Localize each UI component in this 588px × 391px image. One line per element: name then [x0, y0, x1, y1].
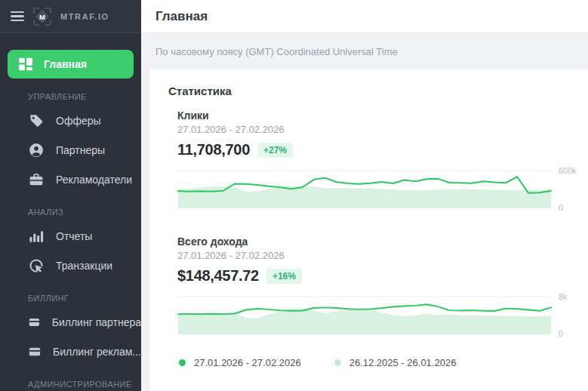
- sidebar-item-reports[interactable]: Отчеты: [0, 221, 141, 251]
- sidebar-item-advertisers[interactable]: Рекламодатели: [0, 165, 141, 194]
- clicks-chart[interactable]: 600k 0: [177, 166, 588, 210]
- legend-item-previous[interactable]: 26.12.2025 - 26.01.2026: [334, 357, 457, 368]
- sidebar-header: M MTRAF.IO: [0, 0, 141, 33]
- page-header: Главная: [141, 0, 588, 33]
- legend-label: 26.12.2025 - 26.01.2026: [349, 357, 457, 368]
- brand-name: MTRAF.IO: [60, 12, 109, 21]
- legend-label: 27.01.2026 - 27.02.2026: [194, 357, 301, 368]
- section-title: БИЛЛИНГ: [0, 280, 141, 307]
- metric-period: 27.01.2026 - 27.02.2026: [177, 250, 588, 261]
- bar-chart-icon: [29, 229, 44, 244]
- legend-dot-current: [179, 359, 186, 366]
- credit-card-icon: [29, 315, 40, 330]
- sidebar-item-label: Главная: [44, 58, 87, 70]
- mtraf-logo-icon[interactable]: M: [32, 7, 52, 26]
- metric-label: Клики: [177, 109, 588, 122]
- sidebar-section-administration: АДМИНИСТРИРОВАНИЕ: [0, 366, 141, 391]
- content-area: По часовому поясу (GMT) Coordinated Univ…: [141, 33, 588, 391]
- page-title: Главная: [155, 9, 208, 24]
- change-badge: +27%: [257, 143, 293, 158]
- user-icon: [29, 143, 44, 158]
- sidebar-item-offers[interactable]: Офферы: [0, 106, 141, 135]
- sidebar-item-transactions[interactable]: Транзакции: [0, 251, 141, 280]
- revenue-chart-plot[interactable]: [177, 292, 552, 336]
- sidebar-item-partner-billing[interactable]: Биллинг партнера: [0, 307, 141, 337]
- y-axis-labels: 8k 0: [552, 292, 588, 336]
- legend-dot-previous: [334, 359, 341, 366]
- sidebar-section-billing: БИЛЛИНГ Биллинг партнера Биллинг реклам.…: [0, 280, 141, 366]
- section-title: УПРАВЛЕНИЕ: [0, 79, 141, 106]
- y-axis-min-label: 0: [559, 203, 563, 212]
- tag-icon: [29, 113, 44, 128]
- y-axis-labels: 600k 0: [552, 166, 588, 210]
- sidebar-item-label: Офферы: [56, 115, 101, 127]
- statistics-card: Статистика Клики 27.01.2026 - 27.02.2026…: [149, 69, 588, 391]
- main-area: Главная По часовому поясу (GMT) Coordina…: [141, 0, 588, 391]
- change-badge: +16%: [266, 269, 302, 284]
- legend-item-current[interactable]: 27.01.2026 - 27.02.2026: [179, 357, 301, 368]
- metric-label: Всего дохода: [177, 236, 588, 248]
- metric-value: 11,708,700: [177, 141, 250, 159]
- sidebar-item-label: Партнеры: [56, 144, 105, 156]
- sidebar-section-management: УПРАВЛЕНИЕ Офферы Партнеры: [0, 79, 141, 194]
- sidebar-item-partners[interactable]: Партнеры: [0, 135, 141, 165]
- click-icon: [29, 258, 44, 273]
- sidebar-item-label: Биллинг партнера: [52, 316, 141, 328]
- y-axis-min-label: 0: [559, 329, 563, 338]
- credit-card-icon: [29, 344, 41, 359]
- sidebar-item-advertiser-billing[interactable]: Биллинг реклам...: [0, 337, 141, 366]
- y-axis-max-label: 600k: [559, 166, 577, 175]
- section-title: АДМИНИСТРИРОВАНИЕ: [0, 366, 141, 391]
- metric-value: $148,457.72: [177, 267, 259, 285]
- sidebar-section-analysis: АНАЛИЗ Отчеты Транзакции: [0, 194, 141, 280]
- card-title: Статистика: [168, 85, 588, 97]
- sidebar-item-label: Транзакции: [56, 260, 112, 272]
- metric-period: 27.01.2026 - 27.02.2026: [177, 124, 588, 135]
- logo-letter: M: [39, 12, 45, 20]
- chart-legend: 27.01.2026 - 27.02.2026 26.12.2025 - 26.…: [179, 357, 588, 368]
- sidebar-item-label: Биллинг реклам...: [53, 346, 141, 358]
- sidebar-item-home-active[interactable]: Главная: [8, 50, 134, 79]
- revenue-chart[interactable]: 8k 0: [177, 292, 588, 336]
- metric-clicks: Клики 27.01.2026 - 27.02.2026 11,708,700…: [177, 109, 588, 210]
- hamburger-menu-icon[interactable]: [11, 11, 24, 22]
- sidebar-item-label: Рекламодатели: [56, 174, 132, 186]
- sidebar-item-label: Отчеты: [56, 230, 92, 242]
- metric-revenue: Всего дохода 27.01.2026 - 27.02.2026 $14…: [177, 236, 588, 336]
- y-axis-max-label: 8k: [559, 292, 568, 301]
- timezone-note: По часовому поясу (GMT) Coordinated Univ…: [141, 33, 588, 57]
- sidebar: M MTRAF.IO Главная УПРАВЛЕНИЕ Офферы: [0, 0, 141, 391]
- dashboard-icon: [18, 57, 33, 72]
- briefcase-icon: [29, 172, 44, 187]
- clicks-chart-plot[interactable]: [177, 166, 552, 210]
- section-title: АНАЛИЗ: [0, 194, 141, 221]
- app-window: M MTRAF.IO Главная УПРАВЛЕНИЕ Офферы: [0, 0, 588, 391]
